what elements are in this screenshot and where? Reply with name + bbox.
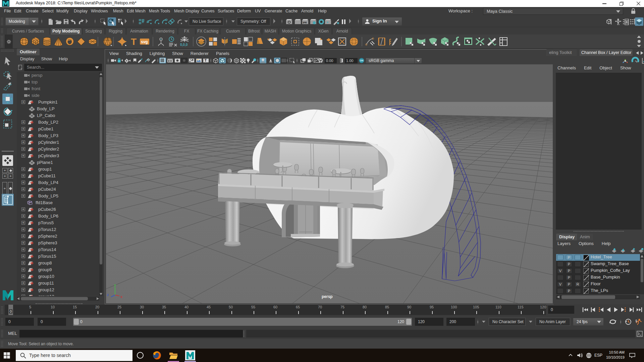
svg-text:ON: ON <box>360 59 363 62</box>
svg-text:x: x <box>120 295 123 299</box>
svg-text:T: T <box>131 37 137 47</box>
svg-text:T: T <box>205 59 207 62</box>
svg-text:IPR: IPR <box>303 21 307 24</box>
svg-text:svg: svg <box>141 40 148 44</box>
svg-text:z: z <box>107 293 109 297</box>
svg-text:0,0,0: 0,0,0 <box>180 43 188 47</box>
svg-text:MAYA: MAYA <box>189 358 192 360</box>
svg-text:y: y <box>114 283 116 287</box>
svg-text:persp: persp <box>322 294 333 299</box>
